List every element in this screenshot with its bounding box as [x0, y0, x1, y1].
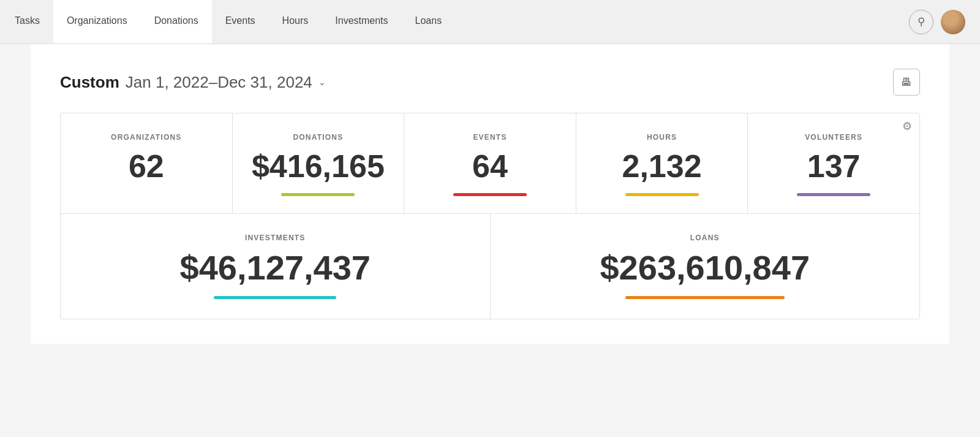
stat-value-investments: $46,127,437	[180, 251, 371, 285]
nav-item-events[interactable]: Events	[212, 0, 269, 44]
nav-item-tasks[interactable]: Tasks	[15, 0, 53, 44]
avatar[interactable]	[941, 10, 965, 34]
stat-label-events: EVENTS	[473, 133, 507, 142]
nav-item-organizations[interactable]: Organizations	[53, 0, 141, 44]
volunteers-underline	[797, 193, 870, 196]
nav-item-loans[interactable]: Loans	[402, 0, 456, 44]
stat-label-organizations: ORGANIZATIONS	[111, 133, 181, 142]
donations-value-text: $416,165	[252, 148, 385, 184]
chevron-down-icon: ⌄	[318, 77, 326, 87]
stat-card-donations: DONATIONS $416,165	[233, 113, 405, 213]
date-label-bold: Custom	[60, 73, 119, 92]
date-header: Custom Jan 1, 2022–Dec 31, 2024 ⌄ 🖶	[60, 69, 920, 96]
nav-item-donations[interactable]: Donations	[141, 0, 212, 44]
search-button[interactable]: ⚲	[909, 10, 933, 34]
stat-value-volunteers: 137	[807, 150, 861, 182]
stat-value-loans: $263,610,847	[600, 251, 810, 285]
stat-card-volunteers: VOLUNTEERS 137	[748, 113, 919, 213]
stat-value-organizations: 62	[129, 150, 164, 182]
search-icon: ⚲	[918, 15, 925, 28]
date-range: Jan 1, 2022–Dec 31, 2024	[126, 73, 312, 92]
nav-item-hours[interactable]: Hours	[269, 0, 322, 44]
stat-value-hours: 2,132	[622, 150, 702, 182]
stat-label-donations: DONATIONS	[293, 133, 343, 142]
print-icon: 🖶	[901, 76, 912, 89]
stat-label-hours: HOURS	[647, 133, 677, 142]
investments-underline	[214, 296, 336, 299]
stat-label-volunteers: VOLUNTEERS	[805, 133, 862, 142]
stat-label-investments: INVESTMENTS	[245, 234, 306, 242]
stat-label-loans: LOANS	[690, 234, 720, 242]
events-underline	[453, 193, 527, 196]
nav-actions: ⚲	[909, 10, 965, 34]
stat-value-donations: $416,165	[252, 150, 385, 182]
gear-icon: ⚙	[902, 120, 912, 132]
donations-underline	[281, 193, 355, 196]
hours-underline	[625, 193, 699, 196]
stats-row-1: ORGANIZATIONS 62 DONATIONS $416,165 EVEN…	[61, 113, 919, 214]
main-content: Custom Jan 1, 2022–Dec 31, 2024 ⌄ 🖶 ⚙ OR…	[31, 44, 949, 344]
avatar-image	[941, 10, 965, 34]
print-button[interactable]: 🖶	[893, 69, 920, 96]
stat-card-investments: INVESTMENTS $46,127,437	[61, 214, 491, 319]
navigation: Tasks Organizations Donations Events Hou…	[0, 0, 980, 44]
stats-section: ⚙ ORGANIZATIONS 62 DONATIONS $416,165 EV…	[60, 113, 920, 319]
stat-card-hours: HOURS 2,132	[576, 113, 748, 213]
date-title[interactable]: Custom Jan 1, 2022–Dec 31, 2024 ⌄	[60, 73, 326, 92]
stat-card-loans: LOANS $263,610,847	[491, 214, 920, 319]
settings-button[interactable]: ⚙	[902, 120, 912, 133]
stat-card-events: EVENTS 64	[404, 113, 576, 213]
loans-underline	[625, 296, 785, 299]
stats-row-2: INVESTMENTS $46,127,437 LOANS $263,610,8…	[61, 214, 919, 319]
nav-item-investments[interactable]: Investments	[322, 0, 401, 44]
stat-value-events: 64	[472, 150, 508, 182]
nav-items: Tasks Organizations Donations Events Hou…	[15, 0, 909, 44]
stat-card-organizations: ORGANIZATIONS 62	[61, 113, 233, 213]
